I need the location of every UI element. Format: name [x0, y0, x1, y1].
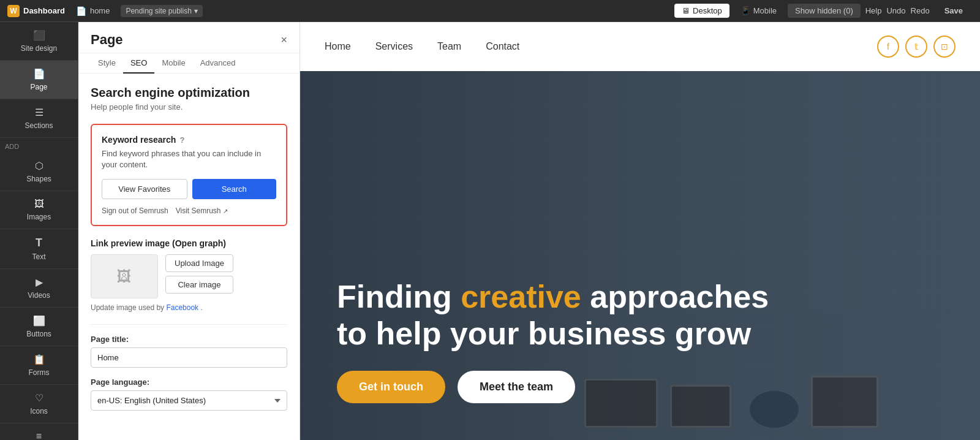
sidebar-item-site-menu[interactable]: ≡ Site Menu [0, 423, 78, 440]
nav-link-contact[interactable]: Contact [486, 41, 519, 52]
page-language-select[interactable]: en-US: English (United States) [91, 390, 287, 411]
get-in-touch-button[interactable]: Get in touch [337, 371, 445, 403]
page-icon: 📄 [76, 6, 86, 16]
desktop-view-button[interactable]: 🖥 Desktop [674, 4, 729, 18]
panel-seo-content: Search engine optimization Help people f… [78, 74, 300, 440]
image-upload-area: 🖼 Upload Image Clear image [91, 254, 287, 298]
page-language-label: Page language: [91, 377, 287, 387]
image-note: Update image used by Facebook . [91, 303, 287, 312]
tab-advanced[interactable]: Advanced [193, 53, 243, 74]
mobile-icon: 📱 [741, 6, 750, 15]
meet-the-team-button[interactable]: Meet the team [458, 371, 575, 403]
keyword-research-box: Keyword research ? Find keyword phrases … [91, 124, 287, 226]
dashboard-logo[interactable]: W Dashboard [7, 5, 65, 17]
social-twitter-button[interactable]: 𝕥 [905, 36, 927, 58]
image-placeholder-icon: 🖼 [117, 268, 132, 285]
sidebar-item-shapes[interactable]: ⬡ Shapes [0, 153, 78, 191]
nav-link-team[interactable]: Team [437, 41, 461, 52]
tab-mobile[interactable]: Mobile [154, 53, 192, 74]
sidebar-item-page[interactable]: 📄 Page [0, 61, 78, 99]
view-toggle: 🖥 Desktop 📱 Mobile Show hidden (0) [674, 4, 861, 18]
panel-title: Page [91, 32, 123, 48]
shapes-icon: ⬡ [35, 160, 43, 172]
hero-cta-buttons: Get in touch Meet the team [337, 371, 943, 403]
logo-icon: W [7, 5, 20, 17]
monitor-icon: 🖥 [682, 6, 690, 15]
sidebar-item-sections[interactable]: ☰ Sections [0, 99, 78, 138]
page-title-label: Page title: [91, 335, 287, 344]
twitter-icon: 𝕥 [914, 42, 919, 51]
home-tab[interactable]: 📄 home [70, 0, 116, 21]
preview-area: Home Services Team Contact f 𝕥 ⊡ [300, 22, 980, 440]
dashboard-label: Dashboard [23, 6, 65, 15]
keyword-research-title: Keyword research ? [102, 135, 276, 145]
sidebar-item-site-design[interactable]: ⬛ Site design [0, 22, 78, 61]
divider [91, 324, 287, 325]
mobile-view-button[interactable]: 📱 Mobile [733, 4, 784, 18]
social-instagram-button[interactable]: ⊡ [933, 36, 956, 58]
page-panel: Page × Style SEO Mobile Advanced Search … [78, 22, 300, 440]
text-icon: T [36, 237, 42, 249]
topbar-actions: Help Undo Redo Save [865, 3, 973, 18]
redo-button[interactable]: Redo [911, 6, 930, 15]
nav-link-home[interactable]: Home [325, 41, 351, 52]
site-design-icon: ⬛ [33, 29, 45, 41]
hero-title-part2: approaches [581, 279, 769, 314]
sidebar-item-icons[interactable]: ♡ Icons [0, 385, 78, 423]
sidebar-item-buttons[interactable]: ⬜ Buttons [0, 308, 78, 346]
videos-icon: ▶ [36, 276, 43, 288]
sidebar-item-videos[interactable]: ▶ Videos [0, 269, 78, 308]
link-preview-label: Link preview image (Open graph) [91, 238, 287, 248]
help-button[interactable]: Help [865, 6, 882, 15]
page-title-input[interactable] [91, 347, 287, 368]
instagram-icon: ⊡ [941, 42, 948, 51]
view-favorites-button[interactable]: View Favorites [102, 179, 187, 199]
icons-sidebar-icon: ♡ [35, 392, 43, 404]
panel-close-button[interactable]: × [281, 34, 287, 47]
buttons-icon: ⬜ [33, 315, 45, 327]
social-facebook-button[interactable]: f [877, 36, 899, 58]
sidebar-item-images[interactable]: 🖼 Images [0, 191, 78, 229]
sections-icon: ☰ [35, 107, 43, 118]
home-tab-label: home [90, 6, 110, 15]
hero-title: Finding creative approaches to help your… [337, 279, 943, 352]
semrush-links: Sign out of Semrush Visit Semrush ↗ [102, 207, 276, 215]
undo-button[interactable]: Undo [886, 6, 905, 15]
tab-style[interactable]: Style [91, 53, 123, 74]
nav-link-services[interactable]: Services [375, 41, 413, 52]
visit-semrush-link[interactable]: Visit Semrush ↗ [176, 207, 228, 215]
save-button[interactable]: Save [935, 3, 973, 18]
image-action-buttons: Upload Image Clear image [165, 254, 233, 298]
clear-image-button[interactable]: Clear image [165, 276, 233, 294]
facebook-icon: f [887, 42, 889, 51]
sign-out-semrush-link[interactable]: Sign out of Semrush [102, 207, 168, 215]
chevron-down-icon: ▾ [194, 7, 198, 15]
upload-image-button[interactable]: Upload Image [165, 254, 233, 272]
site-menu-icon: ≡ [36, 431, 42, 440]
keyword-research-description: Find keyword phrases that you can includ… [102, 148, 276, 170]
tab-seo[interactable]: SEO [123, 53, 154, 74]
site-nav-socials: f 𝕥 ⊡ [877, 36, 956, 58]
hero-title-line2: to help your business grow [337, 316, 751, 351]
keyword-help-icon[interactable]: ? [179, 135, 184, 145]
sidebar-item-text[interactable]: T Text [0, 229, 78, 269]
show-hidden-button[interactable]: Show hidden (0) [788, 4, 861, 18]
hero-section: Finding creative approaches to help your… [300, 71, 980, 440]
sidebar-item-forms[interactable]: 📋 Forms [0, 346, 78, 385]
site-nav-links: Home Services Team Contact [325, 41, 519, 52]
external-link-icon: ↗ [223, 208, 228, 214]
panel-header: Page × [78, 22, 300, 53]
left-sidebar: ⬛ Site design 📄 Page ☰ Sections Add ⬡ Sh… [0, 22, 78, 440]
main-layout: ⬛ Site design 📄 Page ☰ Sections Add ⬡ Sh… [0, 22, 980, 440]
hero-title-part1: Finding [337, 279, 461, 314]
seo-section-subtitle: Help people find your site. [91, 102, 287, 112]
add-section-label: Add [0, 138, 78, 153]
page-sidebar-icon: 📄 [33, 68, 45, 80]
pending-label: Pending site publish [126, 7, 191, 15]
search-button[interactable]: Search [192, 179, 277, 199]
hero-title-highlight: creative [461, 279, 581, 314]
pending-publish-badge[interactable]: Pending site publish ▾ [121, 5, 202, 17]
facebook-link[interactable]: Facebook [166, 303, 198, 312]
image-preview-placeholder: 🖼 [91, 254, 158, 298]
forms-icon: 📋 [33, 354, 45, 365]
